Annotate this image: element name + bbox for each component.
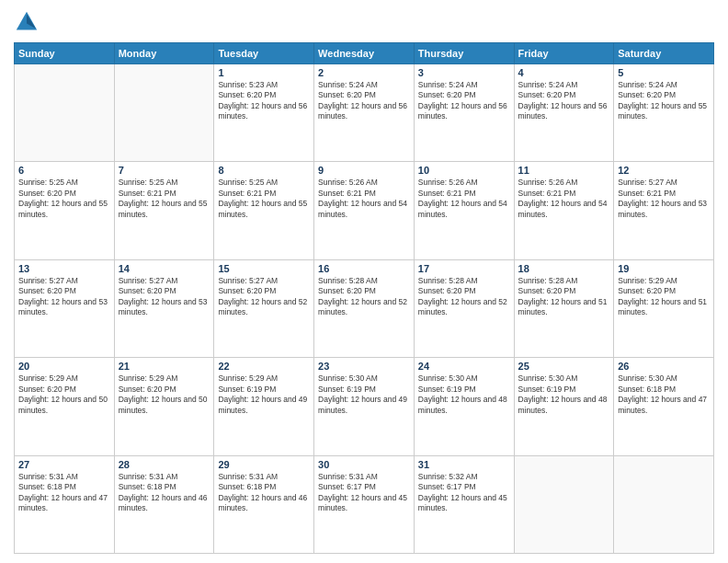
- cell-info: Sunrise: 5:31 AM Sunset: 6:18 PM Dayligh…: [119, 472, 210, 514]
- week-row-3: 13Sunrise: 5:27 AM Sunset: 6:20 PM Dayli…: [15, 259, 714, 357]
- calendar-table: SundayMondayTuesdayWednesdayThursdayFrid…: [14, 42, 714, 554]
- day-number: 13: [18, 263, 110, 274]
- day-number: 17: [418, 263, 510, 274]
- calendar-cell: 15Sunrise: 5:27 AM Sunset: 6:20 PM Dayli…: [214, 259, 314, 357]
- cell-info: Sunrise: 5:31 AM Sunset: 6:18 PM Dayligh…: [218, 472, 310, 514]
- calendar-cell: 5Sunrise: 5:24 AM Sunset: 6:20 PM Daylig…: [614, 64, 714, 162]
- cell-info: Sunrise: 5:27 AM Sunset: 6:21 PM Dayligh…: [618, 178, 710, 220]
- cell-info: Sunrise: 5:31 AM Sunset: 6:17 PM Dayligh…: [318, 472, 410, 514]
- calendar-cell: 11Sunrise: 5:26 AM Sunset: 6:21 PM Dayli…: [514, 162, 614, 259]
- calendar-cell: 24Sunrise: 5:30 AM Sunset: 6:19 PM Dayli…: [414, 358, 514, 455]
- day-number: 26: [618, 361, 710, 372]
- calendar-cell: 21Sunrise: 5:29 AM Sunset: 6:20 PM Dayli…: [114, 358, 214, 455]
- day-number: 25: [518, 361, 610, 372]
- cell-info: Sunrise: 5:30 AM Sunset: 6:19 PM Dayligh…: [318, 373, 410, 416]
- logo: [14, 9, 43, 35]
- cell-info: Sunrise: 5:24 AM Sunset: 6:20 PM Dayligh…: [318, 80, 410, 122]
- cell-info: Sunrise: 5:30 AM Sunset: 6:18 PM Dayligh…: [618, 373, 710, 416]
- cell-info: Sunrise: 5:24 AM Sunset: 6:20 PM Dayligh…: [618, 80, 710, 122]
- day-number: 31: [418, 459, 510, 470]
- cell-info: Sunrise: 5:32 AM Sunset: 6:17 PM Dayligh…: [418, 472, 510, 514]
- cell-info: Sunrise: 5:28 AM Sunset: 6:20 PM Dayligh…: [318, 276, 410, 318]
- day-number: 14: [119, 263, 210, 274]
- day-number: 5: [618, 67, 710, 78]
- calendar-cell: 18Sunrise: 5:28 AM Sunset: 6:20 PM Dayli…: [514, 259, 614, 357]
- cell-info: Sunrise: 5:29 AM Sunset: 6:20 PM Dayligh…: [119, 373, 210, 416]
- header-day-sunday: Sunday: [15, 43, 115, 64]
- calendar-cell: 17Sunrise: 5:28 AM Sunset: 6:20 PM Dayli…: [414, 259, 514, 357]
- cell-info: Sunrise: 5:30 AM Sunset: 6:19 PM Dayligh…: [418, 373, 510, 416]
- calendar-cell: 7Sunrise: 5:25 AM Sunset: 6:21 PM Daylig…: [114, 162, 214, 259]
- day-number: 22: [218, 361, 310, 372]
- calendar-cell: [514, 455, 614, 553]
- day-number: 1: [218, 67, 310, 78]
- day-number: 2: [318, 67, 410, 78]
- cell-info: Sunrise: 5:30 AM Sunset: 6:19 PM Dayligh…: [518, 373, 610, 416]
- cell-info: Sunrise: 5:27 AM Sunset: 6:20 PM Dayligh…: [119, 276, 210, 318]
- cell-info: Sunrise: 5:25 AM Sunset: 6:21 PM Dayligh…: [218, 178, 310, 220]
- header: [14, 9, 714, 35]
- cell-info: Sunrise: 5:29 AM Sunset: 6:20 PM Dayligh…: [618, 276, 710, 318]
- day-number: 11: [518, 165, 610, 176]
- calendar-cell: [114, 64, 214, 162]
- calendar-cell: 12Sunrise: 5:27 AM Sunset: 6:21 PM Dayli…: [614, 162, 714, 259]
- day-number: 18: [518, 263, 610, 274]
- calendar-cell: 20Sunrise: 5:29 AM Sunset: 6:20 PM Dayli…: [15, 358, 115, 455]
- cell-info: Sunrise: 5:27 AM Sunset: 6:20 PM Dayligh…: [218, 276, 310, 318]
- day-number: 24: [418, 361, 510, 372]
- cell-info: Sunrise: 5:27 AM Sunset: 6:20 PM Dayligh…: [18, 276, 110, 318]
- calendar-cell: 4Sunrise: 5:24 AM Sunset: 6:20 PM Daylig…: [514, 64, 614, 162]
- day-number: 6: [18, 165, 110, 176]
- week-row-5: 27Sunrise: 5:31 AM Sunset: 6:18 PM Dayli…: [15, 455, 714, 553]
- week-row-1: 1Sunrise: 5:23 AM Sunset: 6:20 PM Daylig…: [15, 64, 714, 162]
- calendar-cell: 29Sunrise: 5:31 AM Sunset: 6:18 PM Dayli…: [214, 455, 314, 553]
- calendar-cell: 30Sunrise: 5:31 AM Sunset: 6:17 PM Dayli…: [314, 455, 415, 553]
- day-number: 19: [618, 263, 710, 274]
- day-number: 7: [119, 165, 210, 176]
- cell-info: Sunrise: 5:23 AM Sunset: 6:20 PM Dayligh…: [218, 80, 310, 122]
- cell-info: Sunrise: 5:28 AM Sunset: 6:20 PM Dayligh…: [518, 276, 610, 318]
- day-number: 9: [318, 165, 410, 176]
- cell-info: Sunrise: 5:26 AM Sunset: 6:21 PM Dayligh…: [418, 178, 510, 220]
- cell-info: Sunrise: 5:29 AM Sunset: 6:20 PM Dayligh…: [18, 373, 110, 416]
- page: SundayMondayTuesdayWednesdayThursdayFrid…: [0, 0, 728, 563]
- header-day-tuesday: Tuesday: [214, 43, 314, 64]
- day-number: 29: [218, 459, 310, 470]
- calendar-cell: 22Sunrise: 5:29 AM Sunset: 6:19 PM Dayli…: [214, 358, 314, 455]
- day-number: 16: [318, 263, 410, 274]
- day-number: 4: [518, 67, 610, 78]
- calendar-cell: 23Sunrise: 5:30 AM Sunset: 6:19 PM Dayli…: [314, 358, 415, 455]
- calendar-cell: 6Sunrise: 5:25 AM Sunset: 6:20 PM Daylig…: [15, 162, 115, 259]
- cell-info: Sunrise: 5:25 AM Sunset: 6:20 PM Dayligh…: [18, 178, 110, 220]
- logo-icon: [14, 9, 40, 35]
- cell-info: Sunrise: 5:29 AM Sunset: 6:19 PM Dayligh…: [218, 373, 310, 416]
- calendar-cell: 9Sunrise: 5:26 AM Sunset: 6:21 PM Daylig…: [314, 162, 415, 259]
- calendar-cell: 19Sunrise: 5:29 AM Sunset: 6:20 PM Dayli…: [614, 259, 714, 357]
- day-number: 10: [418, 165, 510, 176]
- day-number: 28: [119, 459, 210, 470]
- calendar-cell: 14Sunrise: 5:27 AM Sunset: 6:20 PM Dayli…: [114, 259, 214, 357]
- day-number: 21: [119, 361, 210, 372]
- calendar-cell: [614, 455, 714, 553]
- day-number: 20: [18, 361, 110, 372]
- day-number: 15: [218, 263, 310, 274]
- calendar-cell: 2Sunrise: 5:24 AM Sunset: 6:20 PM Daylig…: [314, 64, 415, 162]
- header-day-saturday: Saturday: [614, 43, 714, 64]
- cell-info: Sunrise: 5:24 AM Sunset: 6:20 PM Dayligh…: [418, 80, 510, 122]
- calendar-cell: 13Sunrise: 5:27 AM Sunset: 6:20 PM Dayli…: [15, 259, 115, 357]
- day-number: 8: [218, 165, 310, 176]
- cell-info: Sunrise: 5:28 AM Sunset: 6:20 PM Dayligh…: [418, 276, 510, 318]
- header-row: SundayMondayTuesdayWednesdayThursdayFrid…: [15, 43, 714, 64]
- calendar-cell: 26Sunrise: 5:30 AM Sunset: 6:18 PM Dayli…: [614, 358, 714, 455]
- calendar-cell: 10Sunrise: 5:26 AM Sunset: 6:21 PM Dayli…: [414, 162, 514, 259]
- day-number: 23: [318, 361, 410, 372]
- calendar-cell: 31Sunrise: 5:32 AM Sunset: 6:17 PM Dayli…: [414, 455, 514, 553]
- cell-info: Sunrise: 5:24 AM Sunset: 6:20 PM Dayligh…: [518, 80, 610, 122]
- day-number: 30: [318, 459, 410, 470]
- calendar-cell: [15, 64, 115, 162]
- week-row-2: 6Sunrise: 5:25 AM Sunset: 6:20 PM Daylig…: [15, 162, 714, 259]
- day-number: 3: [418, 67, 510, 78]
- calendar-cell: 8Sunrise: 5:25 AM Sunset: 6:21 PM Daylig…: [214, 162, 314, 259]
- calendar-cell: 16Sunrise: 5:28 AM Sunset: 6:20 PM Dayli…: [314, 259, 415, 357]
- calendar-cell: 27Sunrise: 5:31 AM Sunset: 6:18 PM Dayli…: [15, 455, 115, 553]
